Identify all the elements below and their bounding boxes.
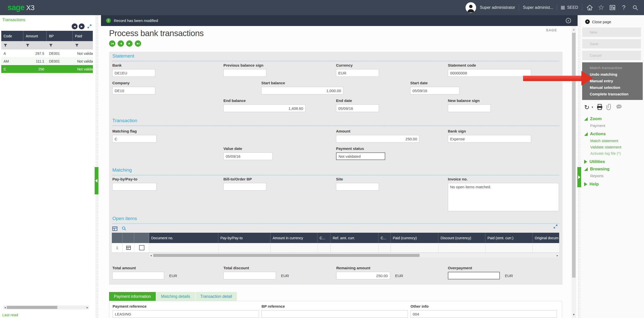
grid-header-document-no[interactable]: Document no. [149, 233, 218, 243]
bill-to-field[interactable] [223, 183, 266, 191]
nav-item-reports[interactable]: Reports [590, 174, 644, 178]
scrollbar-thumb[interactable] [153, 254, 420, 257]
nav-section-utilities[interactable]: Utilities [584, 159, 644, 164]
next-page-button[interactable]: ▶ [79, 23, 85, 29]
payment-status-field[interactable] [336, 152, 385, 160]
end-date-field[interactable] [336, 104, 379, 112]
nav-item-activate-log-file[interactable]: Activate log file (*) [590, 151, 644, 155]
attachment-paperclip-icon[interactable] [606, 103, 613, 111]
cell-discount-currency[interactable] [439, 243, 485, 253]
statement-code-field[interactable] [448, 69, 531, 77]
grid-header-c1[interactable]: C... [318, 233, 331, 243]
value-date-field[interactable] [223, 152, 273, 160]
payment-reference-field[interactable] [113, 310, 259, 318]
scroll-left-arrow[interactable]: ◂ [3, 306, 7, 309]
news-icon[interactable] [609, 4, 616, 11]
cell-paid-stmt-curr[interactable] [485, 243, 533, 253]
refresh-dropdown-icon[interactable]: ▼ [591, 106, 594, 109]
tab-transaction-detail[interactable]: Transaction detail [195, 292, 237, 301]
cell-document-no[interactable] [149, 243, 218, 253]
grid-search-icon[interactable] [121, 226, 127, 232]
grid-header-paid-currency[interactable]: Paid (currency) [391, 233, 439, 243]
start-balance-field[interactable] [261, 87, 343, 94]
company-field[interactable] [112, 87, 155, 94]
pay-by-field[interactable] [112, 183, 157, 191]
search-icon[interactable] [631, 4, 639, 11]
matching-flag-field[interactable] [112, 135, 157, 143]
grid-row[interactable]: 1 [112, 243, 562, 253]
total-amount-field[interactable] [112, 272, 164, 279]
start-date-field[interactable] [410, 87, 459, 94]
grid-horizontal-scrollbar[interactable]: ◂ ▸ [149, 253, 559, 257]
scrollbar-thumb[interactable] [7, 306, 57, 309]
left-splitter-handle[interactable] [95, 167, 98, 194]
column-header-code[interactable]: Code [1, 31, 23, 41]
row-detail-icon[interactable] [123, 243, 134, 253]
scrollbar-thumb[interactable] [572, 33, 576, 278]
cell-original-document[interactable] [533, 243, 559, 253]
nav-item-match-statement[interactable]: Match statement [590, 139, 644, 143]
scroll-right-arrow[interactable]: ▸ [556, 254, 559, 257]
nav-section-zoom[interactable]: Zoom [584, 116, 644, 121]
invoice-no-field[interactable]: No open items matched. [448, 183, 559, 211]
last-record-button[interactable] [135, 40, 141, 47]
horizontal-scrollbar[interactable]: ◂ ▸ [3, 305, 89, 309]
menu-item-complete-transaction[interactable]: Complete transaction [582, 91, 643, 97]
tab-matching-details[interactable]: Matching details [156, 292, 195, 301]
cell-paid-currency[interactable] [391, 243, 439, 253]
refresh-icon[interactable]: ↻ [584, 104, 589, 111]
grid-settings-icon[interactable] [112, 226, 117, 232]
cell-pay-by[interactable] [218, 243, 271, 253]
close-page-button[interactable]: × Close page [585, 19, 644, 24]
scroll-up-arrow[interactable]: ▲ [572, 28, 576, 31]
filter-funnel-icon[interactable] [47, 43, 73, 47]
currency-field[interactable] [336, 69, 379, 77]
cell-amount-in-currency[interactable] [271, 243, 318, 253]
print-icon[interactable] [596, 103, 603, 111]
nav-item-validate-statement[interactable]: Validate statement [590, 145, 644, 149]
filter-funnel-icon[interactable] [1, 43, 23, 47]
user-scope[interactable]: Super administ... [523, 5, 553, 10]
scroll-right-arrow[interactable]: ▸ [86, 306, 89, 309]
site-field[interactable] [336, 183, 379, 191]
expand-grid-icon[interactable] [553, 224, 558, 230]
avatar[interactable] [466, 2, 476, 13]
row-checkbox[interactable] [139, 245, 144, 250]
table-row[interactable]: A 297.5 DE001 Not valida [1, 49, 93, 57]
expand-panel-icon[interactable] [87, 24, 92, 29]
grid-header-pay-by[interactable]: Pay-by/Pay-to [218, 233, 271, 243]
comments-bubble-icon[interactable] [615, 103, 623, 111]
grid-header-original-document[interactable]: Original docum [533, 233, 559, 243]
grid-header-amount-in-currency[interactable]: Amount in currency [271, 233, 318, 243]
overpayment-field[interactable] [448, 272, 500, 279]
cell-ref-amt-curr[interactable] [331, 243, 379, 253]
other-info-field[interactable] [410, 310, 557, 318]
nav-section-browsing[interactable]: Browsing [584, 167, 644, 172]
column-header-bp[interactable]: BP [47, 31, 73, 41]
column-header-amount[interactable]: Amount [23, 31, 47, 41]
cell-c2[interactable] [379, 243, 391, 253]
help-icon[interactable]: ? [620, 4, 628, 11]
grid-header-paid-stmt-curr[interactable]: Paid (stmt. curr.) [485, 233, 533, 243]
scroll-left-arrow[interactable]: ◂ [149, 254, 153, 257]
end-balance-field[interactable] [223, 104, 305, 112]
column-header-paid[interactable]: Paid [73, 31, 93, 41]
nav-section-actions[interactable]: Actions [584, 131, 644, 137]
tab-payment-information[interactable]: Payment information [109, 292, 156, 301]
bank-field[interactable] [112, 69, 155, 77]
bank-sign-field[interactable] [448, 135, 531, 143]
favorites-star-icon[interactable]: ☆ [597, 4, 605, 11]
grid-header-discount-currency[interactable]: Discount (currency) [439, 233, 485, 243]
prev-page-button[interactable]: ◀ [72, 23, 78, 29]
endpoint-selector[interactable]: SEED [561, 5, 578, 10]
scroll-down-arrow[interactable]: ▼ [572, 313, 576, 316]
amount-field[interactable] [336, 135, 419, 143]
remaining-amount-field[interactable] [336, 272, 390, 279]
user-name[interactable]: Super administrator [480, 5, 515, 10]
next-record-button[interactable] [126, 40, 133, 47]
bp-reference-field[interactable] [262, 310, 408, 318]
previous-balance-sign-field[interactable] [223, 69, 266, 77]
filter-funnel-icon[interactable] [23, 43, 47, 47]
table-row-selected[interactable]: C 250 Not valida [1, 65, 93, 73]
new-balance-sign-field[interactable] [448, 104, 491, 112]
